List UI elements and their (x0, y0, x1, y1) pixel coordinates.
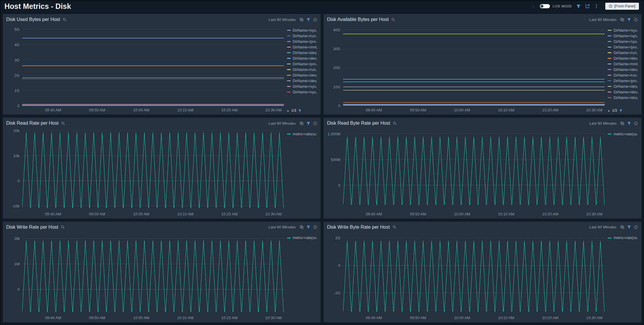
legend-items: metric=rate(su (608, 235, 639, 241)
legend-item[interactable]: DirName=/run, (608, 72, 639, 78)
y-axis-tick: 2G (14, 73, 20, 77)
panel-title: Disk Read Rate per Host (6, 121, 59, 126)
panel-filter-icon[interactable] (627, 225, 631, 229)
legend-swatch (608, 41, 611, 42)
panel-filter-icon[interactable] (306, 18, 310, 22)
y-axis-tick: 5G (14, 27, 20, 31)
panel-body: 40G30G20G10G0 09:40 AM09:50 AM10:00 AM10… (324, 25, 642, 115)
chart-plot[interactable] (343, 131, 605, 209)
copy-panel-icon[interactable] (620, 18, 624, 22)
info-icon[interactable] (634, 121, 638, 125)
legend-filter-icon[interactable] (619, 109, 622, 112)
legend-swatch (608, 86, 611, 87)
legend-item[interactable]: metric=rate(su (287, 131, 318, 137)
time-range-label: Last 60 Minutes (589, 225, 616, 229)
legend-item[interactable]: metric=rate(su (608, 131, 639, 137)
copy-panel-icon[interactable] (300, 225, 304, 229)
legend-page-up-icon[interactable]: ▲ (287, 109, 289, 112)
info-icon[interactable] (313, 121, 317, 125)
legend-item[interactable]: DirName=/sys, (287, 89, 318, 95)
legend-page-up-icon[interactable]: ▲ (608, 109, 610, 112)
legend-item[interactable]: DirName=/dev, (608, 89, 639, 95)
legend-item[interactable]: DirName=/sys, (287, 84, 318, 89)
x-axis-tick: 10:00 AM (454, 316, 470, 320)
x-axis-tick: 10:10 AM (498, 108, 514, 112)
magnifier-icon[interactable] (61, 225, 65, 229)
copy-panel-icon[interactable] (620, 121, 624, 125)
legend-item[interactable]: DirName=/mnt, (287, 44, 318, 50)
legend-item[interactable]: DirName=/dev, (287, 72, 318, 78)
y-axis-tick: 20G (333, 66, 340, 70)
y-axis-tick: 1M (14, 261, 20, 266)
x-axis-tick: 10:30 AM (586, 108, 603, 112)
legend-item[interactable]: DirName=/run, (608, 50, 639, 56)
legend-item[interactable]: DirName=/pro... (287, 61, 318, 67)
panel-disk-used-bytes: Disk Used Bytes per Host Last 60 Minutes… (3, 14, 321, 115)
legend-item[interactable]: DirName=/run, (287, 67, 318, 72)
y-axis-tick: 2M (14, 236, 20, 240)
top-bar: Host Metrics - Disk LIVE MODE [From Pane… (0, 0, 644, 12)
time-range-label: Last 60 Minutes (269, 17, 296, 22)
legend-filter-icon[interactable] (298, 109, 301, 112)
kebab-menu-icon[interactable] (594, 4, 598, 9)
from-panel-button[interactable]: [From Panel] (605, 3, 639, 10)
time-range-label: Last 60 Minutes (269, 225, 296, 229)
legend-item[interactable]: DirName=/sys, (287, 27, 318, 33)
panel-filter-icon[interactable] (627, 121, 631, 125)
legend-item[interactable]: DirName=/sys, (608, 39, 639, 44)
panel-header: Disk Write Byte Rate per Host Last 60 Mi… (324, 222, 642, 233)
x-axis-tick: 10:00 AM (133, 212, 149, 216)
legend-item[interactable]: DirName=/dev, (287, 78, 318, 84)
chart-plot[interactable] (22, 235, 284, 313)
legend-item[interactable]: DirName=/pro... (608, 44, 639, 50)
legend-swatch (287, 92, 291, 92)
magnifier-icon[interactable] (61, 121, 65, 125)
copy-panel-icon[interactable] (300, 18, 304, 22)
legend-item[interactable]: DirName=/dev, (287, 50, 318, 56)
legend-item[interactable]: DirName=/dev, (608, 95, 639, 100)
legend-item[interactable]: DirName=/pro... (287, 39, 318, 44)
magnifier-icon[interactable] (393, 225, 396, 229)
panel-filter-icon[interactable] (306, 225, 310, 229)
chart-plot[interactable] (343, 235, 605, 313)
legend-item[interactable]: DirName=/run, (287, 33, 318, 39)
clock-icon (609, 4, 612, 8)
chart-plot[interactable] (22, 131, 284, 209)
legend-swatch (608, 35, 611, 36)
x-axis-tick: 09:40 AM (366, 212, 382, 216)
legend-item[interactable]: DirName=/dev, (608, 84, 639, 89)
legend-label: DirName=/run, (614, 51, 638, 55)
legend-swatch (608, 58, 611, 59)
legend-item[interactable]: metric=rate(su (608, 235, 639, 241)
copy-panel-icon[interactable] (620, 225, 624, 229)
info-icon[interactable] (634, 225, 638, 229)
copy-panel-icon[interactable] (300, 121, 304, 125)
legend-item[interactable]: DirName=/mnt, (608, 61, 639, 67)
magnifier-icon[interactable] (391, 18, 395, 22)
magnifier-icon[interactable] (393, 121, 397, 125)
filter-icon[interactable] (576, 4, 581, 9)
chart-plot[interactable] (22, 27, 284, 106)
legend-item[interactable]: DirName=/sys, (608, 27, 639, 33)
info-icon[interactable] (313, 18, 317, 22)
live-mode-toggle[interactable] (540, 4, 550, 8)
info-icon[interactable] (313, 225, 317, 229)
x-axis-tick: 10:30 AM (265, 316, 282, 320)
legend-item[interactable]: DirName=/dev, (287, 56, 318, 61)
legend-item[interactable]: metric=rate(su (287, 235, 318, 241)
legend-item[interactable]: DirName=/pro... (608, 78, 639, 84)
info-icon[interactable] (634, 18, 638, 22)
legend-item[interactable]: DirName=/sys, (608, 33, 639, 39)
legend-swatch (608, 52, 611, 53)
share-icon[interactable] (585, 4, 590, 9)
legend-item[interactable]: DirName=/dev, (608, 67, 639, 72)
magnifier-icon[interactable] (63, 18, 67, 22)
panel-filter-icon[interactable] (627, 18, 631, 22)
legend-swatch (287, 58, 291, 59)
legend-item[interactable]: DirName=/dev, (608, 56, 639, 61)
y-axis-tick: 0 (17, 287, 20, 292)
user-icon[interactable] (531, 4, 535, 9)
panel-disk-read-rate: Disk Read Rate per Host Last 60 Minutes … (3, 118, 321, 218)
panel-filter-icon[interactable] (306, 121, 310, 125)
chart-plot[interactable] (343, 27, 605, 106)
